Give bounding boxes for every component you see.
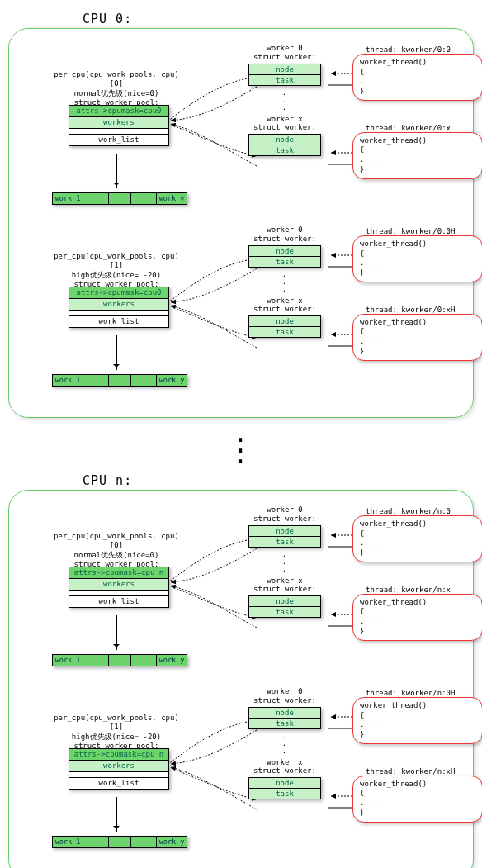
- node-field: node: [249, 708, 320, 718]
- node-field: node: [249, 246, 320, 256]
- task-field: task: [249, 74, 320, 85]
- struct-gap: [69, 771, 168, 777]
- workers-field: workers: [69, 298, 168, 310]
- work-item: work y: [156, 836, 187, 848]
- worklist-field: work_list: [69, 134, 168, 145]
- worker-struct: nodetask: [248, 707, 321, 729]
- worklist-field: work_list: [69, 777, 168, 789]
- pool-hdr2: high优先级(nice= -20): [50, 271, 182, 280]
- arrow-down-icon: [116, 797, 117, 832]
- worker-struct: nodetask: [248, 777, 321, 799]
- task-field: task: [249, 256, 320, 267]
- thread-label: thread: kworker/n:0: [366, 507, 482, 515]
- pool-header: per_cpu(cpu_work_pools, cpu)[0] normal优先…: [50, 70, 182, 107]
- work-item: work 1: [52, 374, 83, 387]
- work-item: work 1: [52, 654, 83, 666]
- work-item: [131, 192, 156, 205]
- thread-cloud: worker_thread(){ . . .}: [352, 314, 482, 361]
- cpun-high-pool: per_cpu(cpu_work_pools, cpu)[1] high优先级(…: [17, 684, 465, 861]
- thread-label: thread: kworker/n:xH: [366, 767, 482, 776]
- work-item: work y: [156, 654, 187, 666]
- work-list-array: work 1 work y: [52, 192, 187, 205]
- thread-label: thread: kworker/0:0: [366, 45, 482, 54]
- cpu0-high-pool: per_cpu(cpu_work_pools, cpu)[1] high优先级(…: [17, 222, 465, 399]
- work-item: [83, 836, 108, 848]
- worker-0-label: worker 0struct worker:: [235, 505, 334, 524]
- task-field: task: [249, 718, 320, 728]
- work-item: [108, 374, 131, 387]
- threads-column: thread: kworker/0:0 worker_thread(){ . .…: [352, 44, 482, 181]
- threads-column: thread: kworker/0:0H worker_thread(){ . …: [352, 225, 482, 363]
- thread-cloud: worker_thread(){ . . .}: [352, 235, 482, 282]
- worker-0-label: worker 0struct worker:: [235, 44, 334, 62]
- thread-cloud: worker_thread(){ . . .}: [352, 594, 482, 641]
- pool-hdr2: normal优先级(nice=0): [50, 89, 182, 98]
- worker-pool-struct: attrs->cpumask=cpu0 workers work_list: [69, 105, 169, 146]
- arrow-down-icon: [116, 154, 117, 188]
- work-item: [108, 192, 131, 205]
- worklist-field: work_list: [69, 595, 168, 607]
- work-list-array: work 1 work y: [52, 654, 187, 666]
- work-item: [108, 836, 131, 848]
- work-item: [131, 654, 156, 666]
- worker-x-label: worker xstruct worker:: [235, 296, 334, 315]
- node-field: node: [249, 596, 320, 606]
- worker-0-label: worker 0struct worker:: [235, 687, 334, 705]
- struct-gap: [69, 310, 168, 315]
- work-item: [83, 374, 108, 387]
- arrow-down-icon: [116, 615, 117, 650]
- work-item: work 1: [52, 836, 83, 848]
- pool-hdr2: normal优先级(nice=0): [50, 551, 182, 560]
- vertical-ellipsis-icon: ...: [8, 429, 474, 462]
- worker-pool-struct: attrs->cpumask=cpu0 workers work_list: [69, 287, 169, 328]
- work-item: work y: [156, 374, 187, 387]
- cpu-n-box: per_cpu(cpu_work_pools, cpu)[0] normal优先…: [8, 490, 474, 868]
- thread-cloud: worker_thread(){ . . .}: [352, 132, 482, 179]
- thread-label: thread: kworker/n:0H: [366, 689, 482, 697]
- attrs-field: attrs->cpumask=cpu n: [69, 749, 168, 760]
- vertical-dots-icon: ...: [235, 89, 334, 111]
- workers-field: workers: [69, 760, 168, 771]
- task-field: task: [249, 145, 320, 155]
- cpu-0-title: CPU 0:: [83, 12, 474, 26]
- threads-column: thread: kworker/n:0H worker_thread(){ . …: [352, 687, 482, 824]
- attrs-field: attrs->cpumask=cpu n: [69, 567, 168, 578]
- thread-cloud: worker_thread(){ . . .}: [352, 515, 482, 562]
- cpun-normal-pool: per_cpu(cpu_work_pools, cpu)[0] normal优先…: [17, 502, 465, 679]
- worker-struct: nodetask: [248, 315, 321, 338]
- thread-label: thread: kworker/0:xH: [366, 306, 482, 314]
- worker-struct: nodetask: [248, 525, 321, 548]
- workers-column: worker 0struct worker: nodetask ... work…: [235, 222, 334, 338]
- workers-field: workers: [69, 578, 168, 590]
- task-field: task: [249, 788, 320, 799]
- worker-struct: nodetask: [248, 245, 321, 268]
- worker-x-label: worker xstruct worker:: [235, 115, 334, 133]
- thread-label: thread: kworker/0:x: [366, 124, 482, 132]
- node-field: node: [249, 526, 320, 536]
- thread-cloud: worker_thread(){ . . .}: [352, 776, 482, 823]
- pool-hdr1: per_cpu(cpu_work_pools, cpu)[1]: [50, 252, 182, 271]
- workers-field: workers: [69, 116, 168, 128]
- workers-column: worker 0struct worker: nodetask ... work…: [235, 684, 334, 799]
- work-item: work 1: [52, 192, 83, 205]
- task-field: task: [249, 326, 320, 337]
- vertical-dots-icon: ...: [235, 551, 334, 573]
- worker-0-label: worker 0struct worker:: [235, 225, 334, 244]
- worker-x-label: worker xstruct worker:: [235, 758, 334, 776]
- work-item: [83, 654, 108, 666]
- vertical-dots-icon: ...: [235, 271, 334, 293]
- struct-gap: [69, 128, 168, 134]
- node-field: node: [249, 135, 320, 145]
- node-field: node: [249, 316, 320, 326]
- task-field: task: [249, 536, 320, 547]
- pool-hdr1: per_cpu(cpu_work_pools, cpu)[0]: [50, 532, 182, 551]
- thread-label: thread: kworker/n:x: [366, 586, 482, 594]
- pool-hdr1: per_cpu(cpu_work_pools, cpu)[0]: [50, 70, 182, 89]
- worker-struct: nodetask: [248, 64, 321, 86]
- work-item: [83, 192, 108, 205]
- worklist-field: work_list: [69, 315, 168, 327]
- worker-struct: nodetask: [248, 595, 321, 618]
- attrs-field: attrs->cpumask=cpu0: [69, 106, 168, 116]
- thread-label: thread: kworker/0:0H: [366, 227, 482, 235]
- work-item: [131, 836, 156, 848]
